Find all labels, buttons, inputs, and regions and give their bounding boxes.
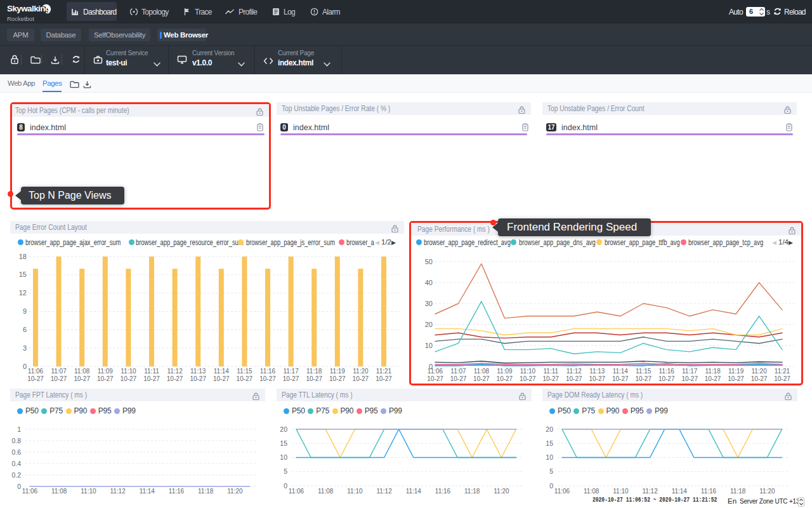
svg-text:1: 1 [17, 425, 21, 433]
svg-text:11:18: 11:18 [705, 368, 721, 375]
svg-text:10-27: 10-27 [566, 375, 582, 382]
svg-text:11:16: 11:16 [701, 488, 717, 495]
svg-text:10-27: 10-27 [520, 375, 536, 382]
svg-text:11:19: 11:19 [330, 368, 346, 375]
svg-text:11:17: 11:17 [283, 368, 299, 375]
svg-text:0: 0 [23, 363, 27, 370]
svg-text:10-27: 10-27 [497, 375, 513, 382]
svg-text:10-27: 10-27 [329, 375, 346, 382]
svg-text:11:10: 11:10 [520, 368, 536, 375]
svg-text:10: 10 [280, 453, 287, 461]
svg-text:11:14: 11:14 [214, 368, 230, 375]
svg-text:11:12: 11:12 [642, 488, 658, 495]
svg-text:10-27: 10-27 [635, 375, 652, 382]
svg-text:0.6: 0.6 [11, 448, 21, 456]
svg-text:11:07: 11:07 [51, 368, 67, 375]
svg-text:10-27: 10-27 [143, 375, 160, 382]
svg-text:10-27: 10-27 [612, 375, 629, 382]
svg-text:11:16: 11:16 [260, 368, 276, 375]
svg-text:11:18: 11:18 [464, 488, 480, 495]
svg-text:18: 18 [19, 253, 27, 260]
svg-text:20: 20 [280, 425, 287, 433]
svg-text:10-27: 10-27 [213, 375, 230, 382]
svg-text:9: 9 [23, 307, 27, 315]
svg-text:11:13: 11:13 [190, 368, 206, 375]
svg-text:10-27: 10-27 [450, 375, 467, 382]
svg-text:11:11: 11:11 [144, 368, 159, 375]
svg-text:10-27: 10-27 [74, 375, 90, 382]
svg-text:11:20: 11:20 [759, 488, 775, 495]
svg-text:11:20: 11:20 [494, 488, 509, 495]
svg-text:6: 6 [23, 326, 27, 333]
svg-text:11:20: 11:20 [353, 368, 369, 375]
svg-text:10-27: 10-27 [51, 375, 67, 382]
svg-text:10-27: 10-27 [27, 375, 44, 382]
svg-text:11:12: 11:12 [167, 368, 183, 375]
svg-text:10-27: 10-27 [774, 375, 790, 382]
svg-text:20: 20 [546, 425, 553, 433]
svg-text:10-27: 10-27 [681, 375, 698, 382]
svg-text:11:15: 11:15 [636, 368, 652, 375]
svg-text:11:16: 11:16 [169, 488, 185, 495]
svg-text:3: 3 [23, 344, 27, 352]
svg-text:10-27: 10-27 [427, 375, 443, 382]
svg-text:11:08: 11:08 [474, 368, 490, 375]
svg-text:11:20: 11:20 [227, 488, 243, 495]
svg-text:11:08: 11:08 [74, 368, 90, 375]
svg-text:11:10: 11:10 [613, 488, 629, 495]
svg-text:11:14: 11:14 [140, 488, 155, 495]
svg-text:10-27: 10-27 [376, 375, 392, 382]
svg-text:10-27: 10-27 [190, 375, 206, 382]
svg-text:30: 30 [425, 300, 433, 307]
svg-text:10-27: 10-27 [705, 375, 721, 382]
svg-text:11:07: 11:07 [450, 368, 466, 375]
svg-text:50: 50 [425, 258, 433, 265]
svg-text:11:18: 11:18 [198, 488, 214, 495]
svg-text:11:14: 11:14 [672, 488, 688, 495]
svg-text:0.8: 0.8 [11, 437, 21, 444]
svg-text:10-27: 10-27 [283, 375, 299, 382]
svg-text:10-27: 10-27 [728, 375, 744, 382]
svg-text:11:08: 11:08 [318, 488, 334, 495]
svg-text:11:06: 11:06 [428, 368, 443, 375]
svg-text:5: 5 [284, 467, 287, 475]
svg-text:11:21: 11:21 [376, 368, 392, 375]
svg-text:11:18: 11:18 [306, 368, 322, 375]
svg-text:10-27: 10-27 [589, 375, 606, 382]
svg-text:11:12: 11:12 [566, 368, 582, 375]
svg-text:0: 0 [17, 483, 21, 490]
svg-text:10-27: 10-27 [353, 375, 369, 382]
svg-text:15: 15 [19, 271, 27, 278]
svg-text:11:19: 11:19 [728, 368, 744, 375]
svg-text:11:06: 11:06 [28, 368, 44, 375]
svg-text:11:11: 11:11 [544, 368, 559, 375]
svg-text:11:20: 11:20 [751, 368, 767, 375]
svg-text:10-27: 10-27 [658, 375, 675, 382]
svg-text:11:06: 11:06 [22, 488, 38, 495]
svg-text:10-27: 10-27 [237, 375, 253, 382]
svg-text:11:17: 11:17 [682, 368, 698, 375]
svg-text:10-27: 10-27 [259, 375, 276, 382]
svg-text:10: 10 [546, 453, 553, 461]
svg-text:11:08: 11:08 [51, 488, 67, 495]
svg-text:40: 40 [425, 279, 433, 286]
svg-text:0.2: 0.2 [11, 471, 21, 479]
svg-text:5: 5 [549, 467, 553, 475]
svg-text:11:15: 11:15 [237, 368, 252, 375]
svg-text:15: 15 [546, 439, 553, 447]
svg-text:11:08: 11:08 [584, 488, 599, 495]
svg-text:11:10: 11:10 [347, 488, 363, 495]
svg-text:11:09: 11:09 [497, 368, 513, 375]
svg-text:11:14: 11:14 [613, 368, 629, 375]
svg-text:10-27: 10-27 [473, 375, 490, 382]
svg-text:10-27: 10-27 [167, 375, 183, 382]
svg-text:0: 0 [549, 482, 553, 490]
svg-text:11:13: 11:13 [589, 368, 605, 375]
svg-text:10-27: 10-27 [121, 375, 137, 382]
svg-text:11:10: 11:10 [121, 368, 136, 375]
svg-text:10-27: 10-27 [97, 375, 114, 382]
svg-text:11:18: 11:18 [730, 488, 746, 495]
svg-text:11:12: 11:12 [376, 488, 392, 495]
svg-text:0: 0 [284, 482, 287, 490]
svg-text:10-27: 10-27 [543, 375, 560, 382]
